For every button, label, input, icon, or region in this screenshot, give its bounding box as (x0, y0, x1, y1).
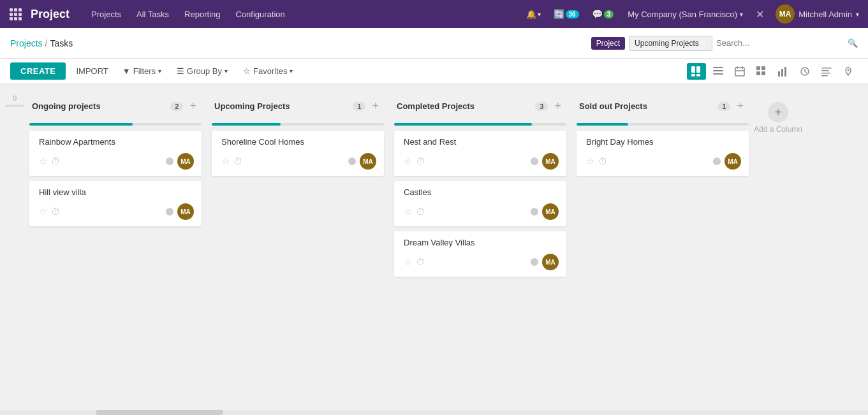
close-debug-icon[interactable]: ✕ (753, 6, 767, 23)
svg-rect-13 (756, 71, 760, 75)
app-switcher-icon[interactable] (5, 4, 26, 24)
card-footer: ☆ ⏱ MA (221, 153, 376, 170)
star-icon[interactable]: ☆ (221, 156, 230, 167)
filter-icon: ▼ (122, 66, 131, 76)
nav-all-tasks[interactable]: All Tasks (130, 6, 175, 23)
import-button[interactable]: IMPORT (71, 62, 113, 80)
card-title: Nest and Rest (404, 137, 559, 147)
clock-icon: ⏱ (416, 257, 425, 267)
column-count: 3 (535, 102, 548, 111)
breadcrumb-separator: / (45, 38, 48, 48)
activity-icon[interactable]: 🔄 36 (550, 6, 583, 22)
card-title: Castles (404, 187, 559, 197)
svg-rect-16 (781, 69, 783, 76)
user-avatar: MA (776, 4, 795, 24)
kanban-card[interactable]: Rainbow Apartments ☆ ⏱ MA (29, 131, 202, 176)
status-dot (713, 157, 721, 165)
groupby-icon: ☰ (177, 66, 184, 76)
clock-icon: ⏱ (416, 207, 425, 217)
add-column-button[interactable]: + Add a Column (754, 94, 802, 134)
column-count: 1 (353, 102, 365, 111)
lines-view-button[interactable] (817, 63, 836, 80)
card-footer: ☆ ⏱ MA (404, 153, 559, 170)
kanban-card[interactable]: Dream Valley Villas ☆ ⏱ MA (394, 231, 566, 277)
column-header: Upcoming Projects 1 + (212, 94, 384, 118)
nav-configuration[interactable]: Configuration (229, 6, 291, 23)
filters-dropdown-icon: ▾ (158, 68, 161, 75)
remove-filter-icon[interactable]: × (702, 38, 707, 48)
column-progress (577, 123, 749, 126)
star-icon[interactable]: ☆ (586, 156, 594, 167)
column-add-button[interactable]: + (552, 98, 564, 114)
nav-reporting[interactable]: Reporting (178, 6, 226, 23)
breadcrumb-projects[interactable]: Projects (10, 38, 43, 48)
star-icon[interactable]: ☆ (39, 206, 47, 217)
star-icon[interactable]: ☆ (404, 156, 412, 167)
add-column-label: Add a Column (754, 125, 802, 134)
clock-view-button[interactable] (795, 63, 814, 80)
kanban-card[interactable]: Nest and Rest ☆ ⏱ MA (394, 131, 566, 176)
svg-point-25 (848, 69, 850, 71)
kanban-view-button[interactable] (687, 63, 706, 80)
clock-icon: ⏱ (233, 156, 242, 166)
company-selector[interactable]: My Company (San Francisco) ▾ (622, 7, 748, 22)
bell-icon: 🔔 (526, 10, 536, 19)
card-footer: ☆ ⏱ MA (39, 203, 194, 220)
star-icon[interactable]: ☆ (39, 156, 47, 167)
svg-rect-17 (784, 67, 786, 76)
list-view-button[interactable] (709, 63, 728, 80)
svg-rect-0 (691, 66, 695, 73)
svg-rect-12 (761, 66, 765, 70)
svg-rect-7 (735, 68, 744, 76)
column-add-button[interactable]: + (369, 98, 381, 114)
nav-links: Projects All Tasks Reporting Configurati… (85, 6, 517, 23)
map-view-button[interactable] (839, 63, 858, 80)
column-count: 1 (717, 102, 730, 111)
svg-line-20 (805, 71, 807, 73)
chart-view-button[interactable] (774, 63, 793, 80)
sub-header: Projects / Tasks Project Upcoming Projec… (0, 28, 868, 59)
filter-label: Project (596, 39, 620, 48)
notification-bell[interactable]: 🔔 ▾ (522, 7, 545, 22)
groupby-button[interactable]: ☰ Group By ▾ (173, 64, 232, 78)
search-input[interactable] (716, 38, 844, 48)
bell-dropdown-icon: ▾ (538, 11, 541, 18)
star-icon[interactable]: ☆ (404, 256, 412, 268)
kanban-card[interactable]: Castles ☆ ⏱ MA (394, 181, 566, 226)
card-avatar: MA (360, 153, 376, 170)
kanban-card[interactable]: Bright Day Homes ☆ ⏱ MA (577, 131, 749, 176)
card-footer: ☆ ⏱ MA (404, 203, 559, 220)
messages-icon[interactable]: 💬 3 (588, 6, 618, 22)
status-dot (531, 208, 538, 215)
kanban-column-col-soldout: Sold out Projects 1 + Bright Day Homes ☆… (577, 94, 749, 181)
column-add-button[interactable]: + (187, 98, 199, 114)
filter-value: Upcoming Projects (635, 39, 699, 48)
add-column-icon: + (768, 102, 788, 122)
column-add-button[interactable]: + (734, 98, 746, 114)
card-title: Hill view villa (39, 187, 194, 197)
card-avatar: MA (725, 153, 741, 170)
clock-icon: ⏱ (598, 156, 607, 166)
breadcrumb: Projects / Tasks (10, 38, 73, 48)
star-icon: ☆ (243, 66, 251, 76)
search-icon[interactable]: 🔍 (848, 38, 858, 48)
svg-rect-14 (761, 71, 765, 75)
create-button[interactable]: CREATE (10, 62, 66, 80)
top-nav: Project Projects All Tasks Reporting Con… (0, 0, 868, 28)
filters-button[interactable]: ▼ Filters ▾ (119, 64, 165, 78)
svg-rect-1 (696, 66, 700, 73)
groupby-dropdown-icon: ▾ (224, 68, 228, 75)
star-icon[interactable]: ☆ (404, 206, 412, 217)
user-name: Mitchell Admin (798, 10, 852, 19)
favorites-button[interactable]: ☆ Favorites ▾ (239, 64, 297, 78)
clock-refresh-icon: 🔄 (554, 9, 564, 19)
grid-view-button[interactable] (752, 63, 771, 80)
kanban-card[interactable]: Shoreline Cool Homes ☆ ⏱ MA (212, 131, 384, 176)
nav-projects[interactable]: Projects (85, 6, 128, 23)
calendar-view-button[interactable] (730, 63, 749, 80)
user-menu[interactable]: MA Mitchell Admin ▾ (772, 2, 863, 26)
kanban-column-hidden: 0 (5, 94, 24, 107)
kanban-card[interactable]: Hill view villa ☆ ⏱ MA (29, 181, 202, 226)
kanban-column-col-completed: Completed Projects 3 + Nest and Rest ☆ ⏱… (394, 94, 566, 282)
breadcrumb-tasks: Tasks (50, 38, 73, 48)
